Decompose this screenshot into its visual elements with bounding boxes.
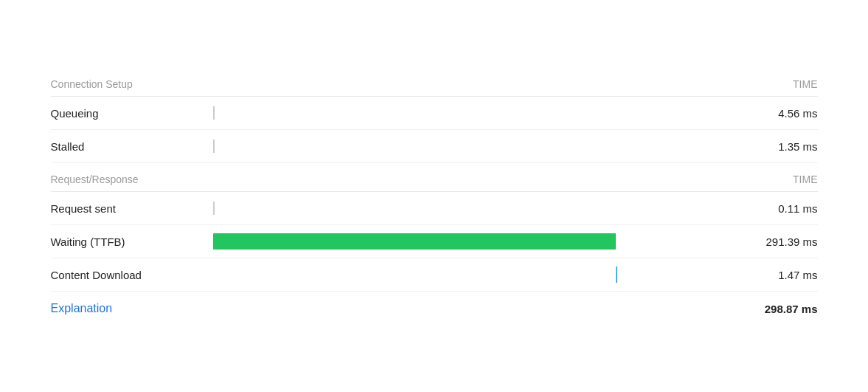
request-response-header: Request/Response TIME — [51, 168, 818, 192]
content-download-label: Content Download — [51, 269, 198, 281]
request-sent-bar-area — [213, 199, 729, 217]
request-sent-tick — [213, 202, 215, 215]
stalled-tick — [213, 140, 215, 153]
request-sent-label: Request sent — [51, 202, 198, 215]
footer-row: Explanation 298.87 ms — [51, 292, 818, 320]
connection-setup-label: Connection Setup — [51, 78, 133, 90]
total-time: 298.87 ms — [744, 303, 818, 315]
content-download-row: Content Download 1.47 ms — [51, 258, 818, 292]
waiting-ttfb-row: Waiting (TTFB) 291.39 ms — [51, 225, 818, 258]
queueing-label: Queueing — [51, 107, 198, 120]
queueing-bar-area — [213, 104, 729, 122]
content-download-blue-bar — [616, 267, 617, 283]
connection-setup-time-label: TIME — [793, 78, 817, 90]
waiting-ttfb-bar-area — [213, 233, 729, 250]
ttfb-green-bar — [213, 233, 616, 250]
waiting-ttfb-label: Waiting (TTFB) — [51, 235, 198, 248]
stalled-label: Stalled — [51, 140, 198, 153]
explanation-link[interactable]: Explanation — [51, 302, 113, 315]
queueing-time: 4.56 ms — [744, 107, 818, 120]
stalled-bar-area — [213, 137, 729, 155]
connection-setup-header: Connection Setup TIME — [51, 72, 818, 97]
request-sent-time: 0.11 ms — [744, 202, 818, 215]
timing-panel: Connection Setup TIME Queueing 4.56 ms S… — [29, 58, 840, 334]
queueing-tick — [213, 106, 215, 120]
request-sent-row: Request sent 0.11 ms — [51, 192, 818, 225]
waiting-ttfb-time: 291.39 ms — [744, 235, 818, 248]
stalled-time: 1.35 ms — [744, 140, 818, 153]
content-download-bar-area — [213, 266, 729, 283]
content-download-time: 1.47 ms — [744, 269, 818, 281]
request-response-time-label: TIME — [793, 173, 817, 185]
stalled-row: Stalled 1.35 ms — [51, 130, 818, 163]
request-response-label: Request/Response — [51, 173, 139, 185]
queueing-row: Queueing 4.56 ms — [51, 97, 818, 130]
